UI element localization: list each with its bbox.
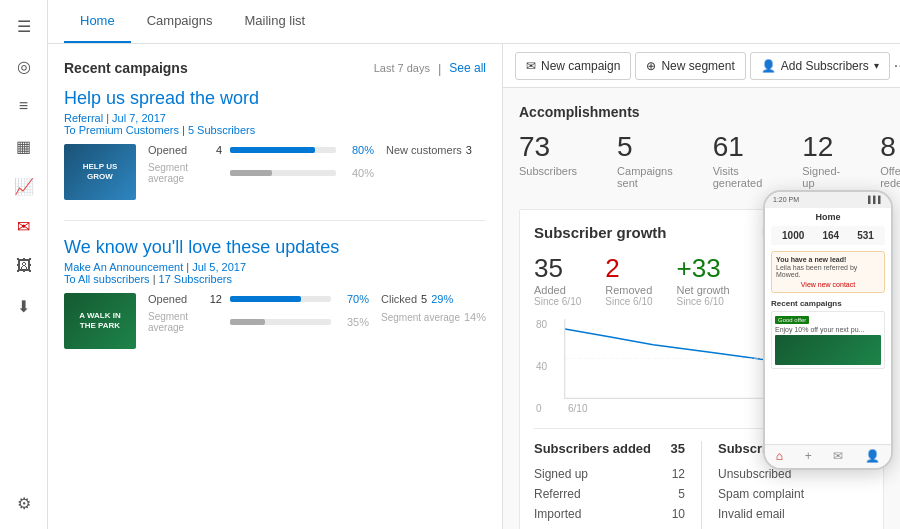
y-label-40: 40 [536, 361, 547, 372]
clicked-label: Clicked [381, 293, 417, 305]
new-campaign-button[interactable]: ✉ New campaign [515, 52, 631, 80]
acc-subscribers: 73 Subscribers [519, 132, 577, 189]
add-subscribers-button[interactable]: 👤 Add Subscribers ▾ [750, 52, 890, 80]
avg-pct-1: 40% [344, 167, 374, 179]
removed-label: Removed [605, 284, 652, 296]
opened-bar-wrap-1 [230, 147, 336, 153]
avg-bar-wrap-2 [230, 319, 331, 325]
sidebar: ☰ ◎ ≡ ▦ 📈 ✉ 🖼 ⬇ ⚙ [0, 0, 48, 529]
main-content: Home Campaigns Mailing list Recent campa… [48, 0, 900, 529]
campaign-sub-1: Referral | Jul 7, 2017 To Premium Custom… [64, 112, 486, 136]
table-icon[interactable]: ▦ [6, 128, 42, 164]
subs-removed-row-2: Spam complaint [718, 484, 869, 504]
opened-bar-2 [230, 296, 301, 302]
opened-bar-1 [230, 147, 315, 153]
phone-notif-btn[interactable]: View new contact [776, 281, 880, 288]
opened-label-1: Opened [148, 144, 198, 156]
accomplishments-row: 73 Subscribers 5 Campaigns sent 61 Visit… [519, 132, 884, 189]
phone-home-icon[interactable]: ⌂ [776, 449, 783, 463]
y-label-80: 80 [536, 319, 547, 330]
add-subscribers-chevron-icon: ▾ [874, 60, 879, 71]
new-campaign-icon: ✉ [526, 59, 536, 73]
campaign-stats-1: HELP US GROW Opened 4 80% Segm [64, 144, 486, 200]
new-segment-label: New segment [661, 59, 734, 73]
phone-add-icon[interactable]: + [805, 449, 812, 463]
campaign-img-1: HELP US GROW [64, 144, 136, 200]
image-icon[interactable]: 🖼 [6, 248, 42, 284]
added-stat: 35 Added Since 6/10 [534, 253, 581, 307]
phone-campaign-img [775, 335, 881, 365]
phone-mockup: 1:20 PM ▌▌▌ Home 1000 164 [763, 190, 893, 470]
menu-icon[interactable]: ☰ [6, 8, 42, 44]
growth-section: Subscriber growth Last 30 days See all 3… [519, 209, 884, 529]
phone-mail-icon[interactable]: ✉ [833, 449, 843, 463]
x-label-610: 6/10 [568, 403, 587, 414]
more-button[interactable]: ··· [894, 57, 900, 75]
tab-mailing-list[interactable]: Mailing list [228, 0, 321, 43]
chart-y-labels: 80 40 0 [536, 319, 547, 414]
campaign-date-2: Jul 5, 2017 [192, 261, 246, 273]
phone-stat-3-num: 531 [857, 230, 874, 241]
campaign-subs-1: 5 Subscribers [188, 124, 255, 136]
clicked-count: 5 [421, 293, 427, 305]
campaign-type-1[interactable]: Referral [64, 112, 103, 124]
phone-notification: You have a new lead! Leila has been refe… [771, 251, 885, 293]
campaign-segment-1: To Premium Customers [64, 124, 179, 136]
clicked-row: Clicked 5 29% [381, 293, 486, 305]
tab-campaigns[interactable]: Campaigns [131, 0, 229, 43]
acc-campaigns-number: 5 [617, 132, 673, 163]
phone-notif-title: You have a new lead! [776, 256, 880, 263]
acc-campaigns-label: Campaigns sent [617, 165, 673, 189]
recent-campaigns-see-all[interactable]: See all [449, 61, 486, 75]
removed-sublabel: Since 6/10 [605, 296, 652, 307]
campaign-divider [64, 220, 486, 221]
acc-offers: 8 Offers redeemed [880, 132, 900, 189]
acc-offers-label: Offers redeemed [880, 165, 900, 189]
avg-bar-2 [230, 319, 265, 325]
subs-added-row-1: Signed up 12 [534, 464, 685, 484]
phone-user-icon[interactable]: 👤 [865, 449, 880, 463]
campaign-item-2: We know you'll love these updates Make A… [64, 237, 486, 349]
accomplishments-title: Accomplishments [519, 104, 884, 120]
subs-added-row-2: Referred 5 [534, 484, 685, 504]
net-growth-label: Net growth [677, 284, 730, 296]
recent-campaigns-title: Recent campaigns [64, 60, 374, 76]
chart-icon[interactable]: 📈 [6, 168, 42, 204]
stat-row-opened-1: Opened 4 80% [148, 144, 374, 156]
clicked-pct: 29% [431, 293, 453, 305]
new-customers-label: New customers [386, 144, 462, 156]
acc-subscribers-number: 73 [519, 132, 577, 163]
subs-added-title: Subscribers added [534, 441, 651, 456]
segment-avg-1: Segment average 40% [148, 162, 374, 184]
campaign-type-2[interactable]: Make An Announcement [64, 261, 183, 273]
campaign-name-1[interactable]: Help us spread the word [64, 88, 486, 109]
phone-stat-1: 1000 [782, 230, 804, 241]
opened-label-2: Opened [148, 293, 198, 305]
subs-added-row-4: Manually added 8 [534, 524, 685, 529]
referred-label: Referred [534, 487, 581, 501]
campaign-name-2[interactable]: We know you'll love these updates [64, 237, 486, 258]
new-customers-count: 3 [466, 144, 472, 156]
acc-visits-label: Visits generated [713, 165, 763, 189]
imported-label: Imported [534, 507, 581, 521]
recent-campaigns-date: Last 7 days [374, 62, 430, 74]
settings-icon[interactable]: ⚙ [6, 485, 42, 521]
right-content: Accomplishments 73 Subscribers 5 Campaig… [503, 88, 900, 529]
clicked-avg-label: Segment average [381, 312, 460, 323]
subs-added-header: Subscribers added 35 [534, 441, 685, 456]
new-campaign-label: New campaign [541, 59, 620, 73]
new-segment-icon: ⊕ [646, 59, 656, 73]
campaign-stats-grid-2: Opened 12 70% Segment average [148, 293, 369, 333]
list-icon[interactable]: ≡ [6, 88, 42, 124]
dashboard-icon[interactable]: ◎ [6, 48, 42, 84]
phone-section-label: Recent campaigns [771, 299, 885, 308]
mail-icon[interactable]: ✉ [6, 208, 42, 244]
phone-stat-1-num: 1000 [782, 230, 804, 241]
tab-home[interactable]: Home [64, 0, 131, 43]
add-subscribers-label: Add Subscribers [781, 59, 869, 73]
new-segment-button[interactable]: ⊕ New segment [635, 52, 745, 80]
clicked-avg-pct: 14% [464, 311, 486, 323]
download-icon[interactable]: ⬇ [6, 288, 42, 324]
avg-row-1: Segment average 40% [148, 162, 374, 184]
top-nav: Home Campaigns Mailing list [48, 0, 900, 44]
